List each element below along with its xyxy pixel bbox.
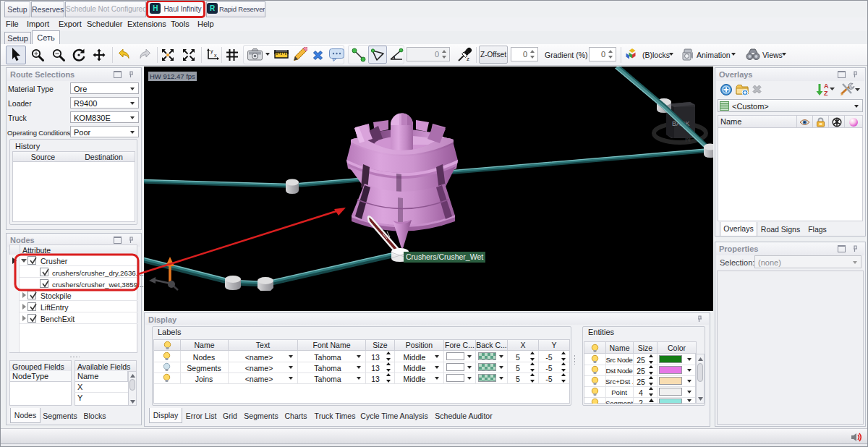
- svg-text:x: x: [214, 53, 217, 58]
- svg-text:y: y: [210, 48, 213, 54]
- svg-text:Z: Z: [824, 90, 828, 97]
- svg-text:z: z: [393, 55, 395, 59]
- svg-text:z: z: [467, 56, 469, 62]
- svg-text:A: A: [824, 82, 829, 90]
